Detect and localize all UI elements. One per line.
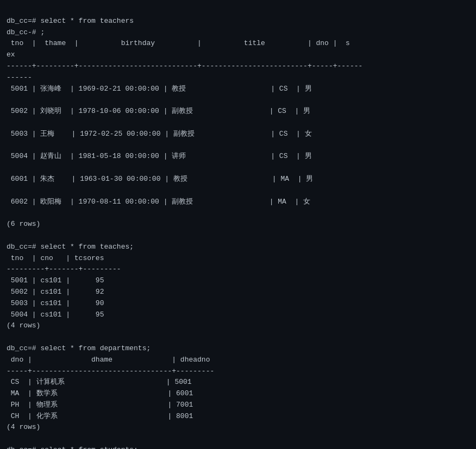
terminal-line: 5004 | cs101 | 95 (7, 309, 469, 321)
terminal-line (7, 230, 469, 242)
terminal-line: CH | 化学系 | 8001 (7, 411, 469, 422)
terminal-output: db_cc=# select * from teachersdb_cc-# ; … (7, 4, 469, 449)
terminal-line: db_cc=# select * from teachers (7, 16, 469, 27)
terminal-line: dno | dhame | dheadno (7, 355, 469, 366)
terminal-line: (4 rows) (7, 422, 469, 433)
terminal-line: db_cc-# ; (7, 27, 469, 39)
terminal-line: tno | thame | birthday | title | dno | s (7, 38, 469, 49)
terminal-line (7, 140, 469, 151)
terminal-line (7, 117, 469, 129)
terminal-line (7, 185, 469, 197)
terminal-line: PH | 物理系 | 7001 (7, 400, 469, 411)
terminal-line (7, 94, 469, 106)
terminal-line: tno | cno | tcsores (7, 253, 469, 264)
terminal-line: 5003 | cs101 | 90 (7, 298, 469, 309)
terminal-line: db_cc=# select * from students; (7, 445, 469, 449)
terminal-line: 6001 | 朱杰 | 1963-01-30 00:00:00 | 教授 | M… (7, 174, 469, 185)
terminal-line: -----+---------------------------------+… (7, 366, 469, 377)
terminal-line: db_cc=# select * from departments; (7, 343, 469, 355)
terminal-line: db_cc=# select * from teaches; (7, 242, 469, 253)
terminal-line (7, 332, 469, 343)
terminal-line: 5004 | 赵青山 | 1981-05-18 00:00:00 | 讲师 | … (7, 151, 469, 162)
terminal-line: 5002 | 刘晓明 | 1978-10-06 00:00:00 | 副教授 |… (7, 106, 469, 117)
terminal-line: 5002 | cs101 | 92 (7, 287, 469, 298)
terminal-line: MA | 数学系 | 6001 (7, 388, 469, 400)
terminal-line: ------+---------+-----------------------… (7, 61, 469, 72)
terminal-line: 5001 | 张海峰 | 1969-02-21 00:00:00 | 教授 | … (7, 84, 469, 95)
terminal-line: ex (7, 49, 469, 61)
terminal-line (7, 162, 469, 174)
terminal-line: (6 rows) (7, 219, 469, 230)
terminal-line: (4 rows) (7, 320, 469, 332)
terminal-line: 6002 | 欧阳梅 | 1970-08-11 00:00:00 | 副教授 |… (7, 197, 469, 208)
terminal-line: 5003 | 王梅 | 1972-02-25 00:00:00 | 副教授 | … (7, 129, 469, 140)
terminal-line (7, 433, 469, 445)
terminal-line: 5001 | cs101 | 95 (7, 275, 469, 287)
terminal-line: CS | 计算机系 | 5001 (7, 377, 469, 388)
terminal-line: ------ (7, 72, 469, 84)
terminal-line: ---------+-------+--------- (7, 264, 469, 275)
terminal-line (7, 207, 469, 219)
